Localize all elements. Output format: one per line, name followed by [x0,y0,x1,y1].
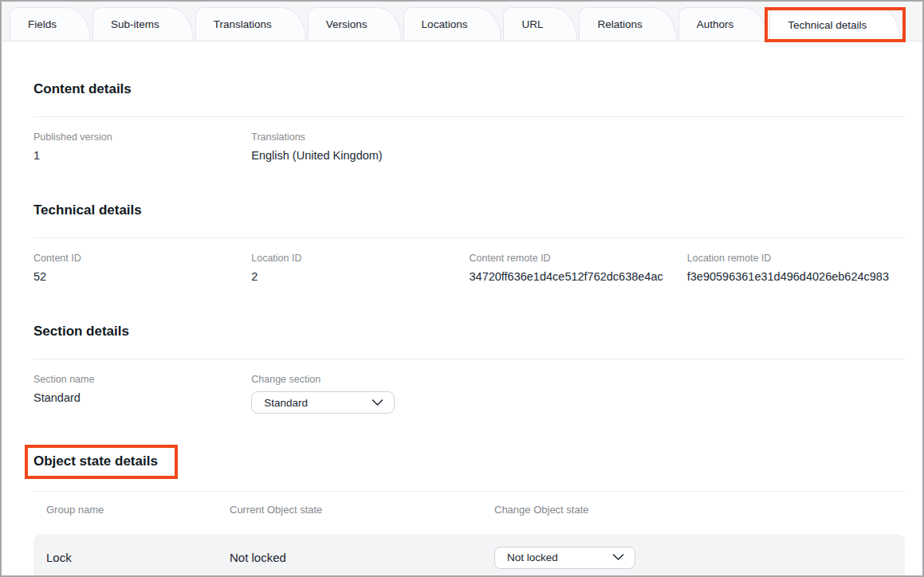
content-tab-bar: Fields Sub-items Translations Versions L… [2,2,922,41]
field-content-remote-id: Content remote ID 34720ff636e1d4ce512f76… [470,253,687,284]
group-name-cell: Lock [46,551,230,564]
field-label: Change section [251,374,469,386]
section-technical-details: Technical details Content ID 52 Location… [33,202,905,284]
field-label: Content remote ID [470,253,687,265]
field-label: Published version [33,131,251,143]
field-label: Location ID [251,253,469,265]
tab-label: Versions [326,18,368,30]
divider [33,359,905,359]
current-state-cell: Not locked [230,551,494,564]
field-location-remote-id: Location remote ID f3e90596361e31d496d40… [687,253,905,284]
tab-translations[interactable]: Translations [195,7,306,41]
section-title: Content details [33,81,905,97]
tab-sub-items[interactable]: Sub-items [92,7,194,41]
field-label: Section name [33,374,251,386]
divider [33,237,905,238]
section-object-state-details: Object state details Group name Current … [33,453,905,577]
content-details-fields: Published version 1 Translations English… [33,131,905,163]
tab-label: Relations [597,18,642,30]
section-title: Technical details [33,202,905,218]
section-title: Section details [33,324,905,340]
field-location-id: Location ID 2 [251,253,469,284]
selected-option: Standard [264,397,308,409]
tab-label: Sub-items [111,18,159,30]
section-details-fields: Section name Standard Change section Sta… [33,374,905,414]
object-state-heading-wrap: Object state details [33,453,158,469]
field-label: Location remote ID [687,253,905,265]
field-value: 34720ff636e1d4ce512f762dc638e4ac [470,269,687,284]
technical-details-page: Fields Sub-items Translations Versions L… [0,0,924,577]
field-content-id: Content ID 52 [33,253,251,284]
column-header-change-object-state: Change Object state [494,504,892,516]
tab-technical-details[interactable]: Technical details [769,7,901,41]
tab-label: URL [521,18,543,30]
change-object-state-select[interactable]: Not locked [494,547,635,569]
tab-label: Authors [697,18,734,30]
field-value: Standard [33,391,251,405]
column-header-current-object-state: Current Object state [230,504,494,516]
field-label: Translations [251,131,469,143]
field-value: 52 [33,269,251,284]
field-value: f3e90596361e31d496d4026eb624c983 [687,269,905,284]
chevron-down-icon [372,399,383,406]
technical-details-content: Content details Published version 1 Tran… [2,81,922,577]
tab-authors[interactable]: Authors [678,7,769,41]
technical-details-fields: Content ID 52 Location ID 2 Content remo… [33,253,905,284]
tab-locations[interactable]: Locations [403,7,502,41]
section-content-details: Content details Published version 1 Tran… [33,81,905,163]
object-state-table-header: Group name Current Object state Change O… [33,491,905,526]
field-value: English (United Kingdom) [251,148,469,163]
field-section-name: Section name Standard [33,374,251,414]
tab-label: Locations [422,18,468,30]
tab-url[interactable]: URL [503,7,577,41]
divider [33,116,905,117]
field-change-section: Change section Standard [251,374,469,414]
selected-option: Not locked [507,551,558,563]
chevron-down-icon [612,554,624,561]
field-translations: Translations English (United Kingdom) [251,131,469,163]
tab-label: Technical details [788,19,867,31]
object-state-row-lock: Lock Not locked Not locked [33,534,905,577]
tab-fields[interactable]: Fields [10,7,91,41]
change-section-select[interactable]: Standard [251,391,395,414]
tab-versions[interactable]: Versions [308,7,402,41]
section-section-details: Section details Section name Standard Ch… [33,324,905,414]
tab-relations[interactable]: Relations [579,7,676,41]
change-state-cell: Not locked [494,547,892,569]
field-published-version: Published version 1 [33,131,251,163]
field-label: Content ID [33,253,251,265]
tab-label: Translations [214,18,272,30]
field-value: 2 [251,269,469,284]
field-value: 1 [33,148,251,163]
column-header-group-name: Group name [46,504,230,516]
tab-label: Fields [28,18,57,30]
section-title: Object state details [33,453,158,469]
